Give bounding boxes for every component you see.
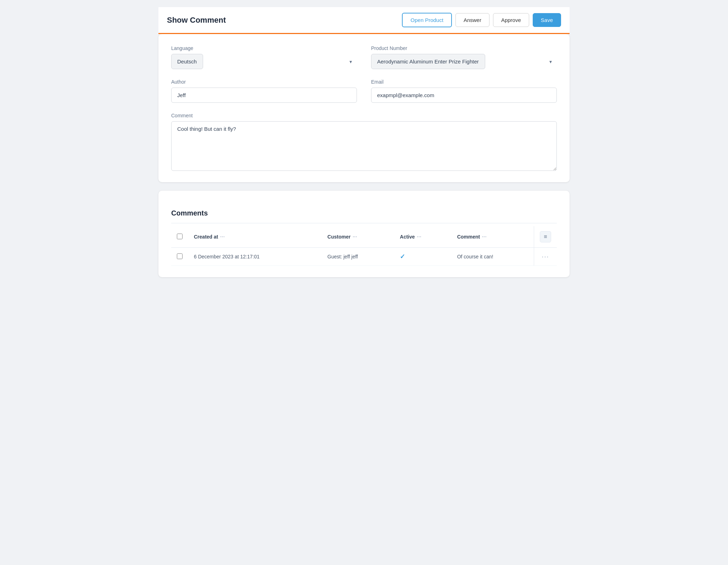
th-active-label: Active [400,234,415,240]
email-label: Email [371,79,557,85]
save-button[interactable]: Save [533,13,561,27]
email-group: Email [371,79,557,103]
row-actions-cell: ··· [534,248,557,266]
comment-label: Comment [171,113,557,118]
th-settings: ≡ [534,226,557,248]
comment-textarea[interactable]: Cool thing! But can it fly? [171,121,557,171]
comments-section-card: Comments Created at ··· [158,191,570,277]
answer-button[interactable]: Answer [455,13,489,27]
comments-table-wrapper: Created at ··· Customer ··· [171,226,557,266]
product-number-group: Product Number Aerodynamic Aluminum Ente… [371,45,557,69]
language-select[interactable]: Deutsch [171,54,203,69]
form-card: Language Deutsch ▾ Product Number Aerody… [158,34,570,182]
row-created-at: 6 December 2023 at 12:17:01 [188,248,322,266]
th-customer-label: Customer [327,234,351,240]
author-input[interactable] [171,88,357,103]
th-created-at-dots[interactable]: ··· [220,234,225,239]
email-input[interactable] [371,88,557,103]
form-row-author-email: Author Email [171,79,557,103]
th-customer-dots[interactable]: ··· [353,234,357,239]
active-checkmark-icon: ✓ [400,253,405,260]
open-product-button[interactable]: Open Product [402,13,452,27]
author-label: Author [171,79,357,85]
row-actions-dots-icon[interactable]: ··· [542,253,549,260]
th-comment-dots[interactable]: ··· [482,234,487,239]
table-header-row: Created at ··· Customer ··· [171,226,557,248]
th-created-at: Created at ··· [188,226,322,248]
row-checkbox-cell [171,248,188,266]
table-settings-icon: ≡ [544,234,547,240]
th-active-dots[interactable]: ··· [417,234,421,239]
author-group: Author [171,79,357,103]
approve-button[interactable]: Approve [493,13,529,27]
select-all-checkbox[interactable] [177,234,183,239]
row-customer: Guest: jeff jeff [322,248,394,266]
language-chevron-icon: ▾ [349,59,352,65]
product-number-label: Product Number [371,45,557,51]
product-chevron-icon: ▾ [549,59,552,65]
form-row-language-product: Language Deutsch ▾ Product Number Aerody… [171,45,557,69]
th-checkbox [171,226,188,248]
comment-group: Comment Cool thing! But can it fly? [171,113,557,171]
th-comment: Comment ··· [452,226,534,248]
language-label: Language [171,45,357,51]
row-checkbox[interactable] [177,253,183,259]
th-customer: Customer ··· [322,226,394,248]
page-title: Show Comment [167,16,226,25]
row-comment: Of course it can! [452,248,534,266]
page-header: Show Comment Open Product Answer Approve… [158,7,570,34]
header-actions: Open Product Answer Approve Save [402,13,561,27]
th-comment-label: Comment [457,234,480,240]
product-number-select[interactable]: Aerodynamic Aluminum Enter Prize Fighter [371,54,485,69]
product-number-select-wrapper: Aerodynamic Aluminum Enter Prize Fighter… [371,54,557,69]
language-group: Language Deutsch ▾ [171,45,357,69]
row-active: ✓ [394,248,451,266]
th-created-at-label: Created at [194,234,218,240]
language-select-wrapper: Deutsch ▾ [171,54,357,69]
comments-section-title: Comments [171,202,557,223]
comments-table: Created at ··· Customer ··· [171,226,557,266]
table-row: 6 December 2023 at 12:17:01 Guest: jeff … [171,248,557,266]
th-active: Active ··· [394,226,451,248]
table-settings-button[interactable]: ≡ [540,231,551,242]
